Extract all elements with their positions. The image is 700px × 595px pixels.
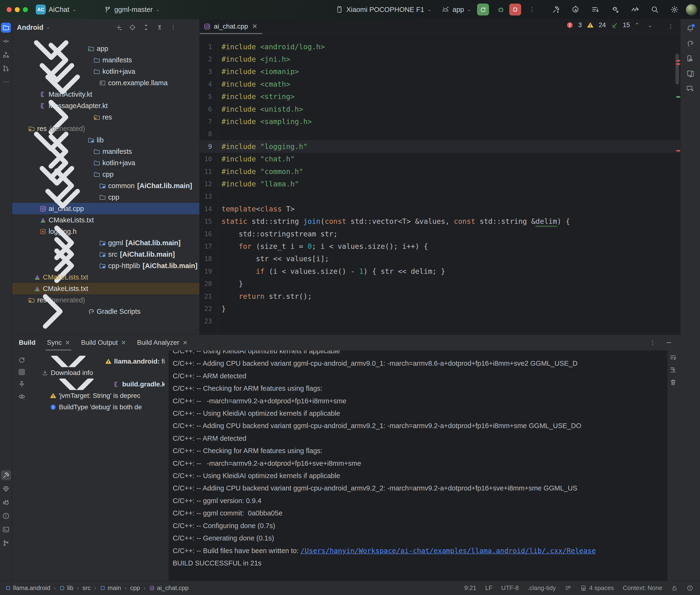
build-tab-build-output[interactable]: Build Output✕ (81, 335, 126, 350)
hammer-run-icon[interactable] (552, 5, 560, 14)
hide-icon[interactable] (183, 24, 190, 31)
code-line-19[interactable]: 19 if (i < values.size() - 1) { str << d… (200, 265, 680, 277)
code-line-3[interactable]: 3#include <iomanip> (200, 65, 680, 78)
stripe-pull-requests-button[interactable] (1, 63, 11, 73)
code-line-14[interactable]: 14template<class T> (200, 203, 680, 215)
chevron-down-icon[interactable] (33, 356, 104, 367)
stop-square-icon[interactable] (19, 369, 25, 375)
scroll-to-end-icon[interactable] (669, 366, 677, 374)
device-selector[interactable]: Xiaomi POCOPHONE F1 ⌄ (335, 0, 431, 19)
tree-item-cpp-httplib[interactable]: cpp-httplib[AiChat.lib.main] (12, 260, 199, 272)
avatar[interactable] (686, 4, 697, 16)
code-area[interactable]: 1#include <android/log.h>2#include <jni.… (200, 34, 680, 328)
status-widget-context-none[interactable]: Context: None (623, 584, 662, 592)
vcs-stripe-mark[interactable] (676, 96, 680, 97)
error-stripe-mark[interactable] (676, 63, 680, 65)
stripe-notifications-button[interactable] (685, 23, 696, 34)
build-tree-item[interactable]: Download info (31, 367, 165, 378)
stripe-more-horizontal-button[interactable] (1, 77, 11, 87)
stripe-terminal-button[interactable] (1, 525, 11, 535)
status-widget[interactable] (687, 585, 693, 591)
close-icon[interactable]: ✕ (121, 339, 126, 346)
editor-scrollbar[interactable] (675, 54, 679, 85)
build-console[interactable]: C/C++: -- Using KleidiAI optimized kerne… (169, 350, 667, 581)
stripe-gradle-button[interactable] (685, 38, 696, 49)
breadcrumb-cpp[interactable]: cpp (130, 584, 140, 592)
code-line-18[interactable]: 18 str << values[i]; (200, 253, 680, 265)
status-widget--clang-tidy[interactable]: .clang-tidy (528, 584, 556, 592)
apply-code-changes-icon[interactable]: A (571, 5, 580, 14)
stripe-problems-button[interactable] (1, 511, 11, 521)
attach-debugger-icon[interactable] (611, 5, 619, 14)
status-widget[interactable] (565, 585, 571, 591)
build-tab-sync[interactable]: Sync✕ (47, 335, 70, 350)
stripe-app-insights-button[interactable] (1, 484, 11, 494)
stripe-project-button[interactable] (1, 23, 11, 33)
breadcrumb-lib[interactable]: lib (59, 584, 73, 592)
tree-item-cpp[interactable]: cpp (12, 192, 199, 203)
code-line-11[interactable]: 11#include "common.h" (200, 165, 680, 178)
code-line-7[interactable]: 7#include <sampling.h> (200, 115, 680, 128)
code-line-10[interactable]: 10#include "chat.h" (200, 153, 680, 165)
stop-button[interactable] (509, 4, 521, 16)
error-stripe-mark[interactable] (676, 150, 680, 151)
breadcrumb-ai-chat-cpp[interactable]: Cai_chat.cpp (149, 584, 189, 592)
code-line-8[interactable]: 8 (200, 128, 680, 140)
stripe-running-devices-button[interactable] (685, 68, 696, 79)
status-widget[interactable] (671, 585, 678, 591)
code-line-2[interactable]: 2#include <jni.h> (200, 53, 680, 65)
lines-restart-icon[interactable] (591, 5, 600, 14)
close-icon[interactable]: ✕ (65, 339, 70, 346)
code-line-13[interactable]: 13 (200, 190, 680, 203)
kebab-icon[interactable] (649, 339, 656, 346)
clear-all-icon[interactable] (669, 378, 677, 386)
vcs-branch-widget[interactable]: ggml-master ⌄ (104, 0, 160, 19)
code-line-12[interactable]: 12#include "llama.h" (200, 178, 680, 190)
macos-close-button[interactable] (7, 7, 12, 12)
status-widget-4-spaces[interactable]: 4 spaces (580, 584, 614, 592)
status-widget-lf[interactable]: LF (485, 584, 492, 592)
tab-ai-chat-cpp[interactable]: C ai_chat.cpp ✕ (200, 19, 262, 34)
stripe-device-manager-button[interactable] (685, 53, 696, 64)
editor-options-kebab-icon[interactable] (667, 23, 674, 30)
stripe-commit-button[interactable] (1, 36, 11, 46)
close-icon[interactable]: ✕ (252, 23, 257, 30)
macos-zoom-button[interactable] (23, 7, 28, 12)
stripe-structure-button[interactable] (1, 50, 11, 60)
build-tree-item[interactable]: BuildType 'debug' is both de (31, 401, 165, 413)
macos-minimize-button[interactable] (15, 7, 20, 12)
inspections-widget[interactable]: 3 24 15 ⌃ ⌄ (566, 22, 652, 29)
breadcrumb-llama-android[interactable]: llama.android (5, 584, 50, 592)
code-line-4[interactable]: 4#include <cmath> (200, 78, 680, 90)
code-line-16[interactable]: 16 std::ostringstream str; (200, 228, 680, 240)
stripe-gemini-button[interactable] (685, 83, 696, 94)
status-widget-utf-8[interactable]: UTF-8 (501, 584, 519, 592)
breadcrumb-src[interactable]: src (82, 584, 91, 592)
code-line-22[interactable]: 22} (200, 302, 680, 315)
search-icon[interactable] (650, 5, 659, 14)
tree-item-gradle-scripts[interactable]: Gradle Scripts (12, 306, 199, 317)
prev-problem-icon[interactable]: ⌃ (635, 22, 640, 29)
status-widget-9-21[interactable]: 9:21 (465, 584, 477, 592)
expand-all-icon[interactable] (142, 24, 149, 31)
soft-wrap-icon[interactable] (669, 354, 677, 362)
more-run-actions-button[interactable] (528, 0, 535, 19)
build-tab-build-analyzer[interactable]: Build Analyzer✕ (137, 335, 188, 350)
filter-icon[interactable] (18, 393, 26, 400)
chevron-down-icon[interactable] (41, 378, 112, 390)
code-line-9[interactable]: 9#include "logging.h" (200, 140, 680, 152)
code-line-6[interactable]: 6#include <unistd.h> (200, 103, 680, 115)
settings-icon[interactable] (670, 5, 679, 14)
stripe-logcat-button[interactable] (1, 498, 11, 507)
stripe-version-control-button[interactable] (1, 538, 11, 548)
chevron-right-icon[interactable] (16, 276, 87, 335)
close-icon[interactable]: ✕ (183, 339, 188, 346)
pin-icon[interactable] (18, 380, 26, 388)
stripe-build-hammer-button[interactable] (1, 470, 11, 480)
build-tree-item[interactable]: llama.android: fin22 sec, 583 ms (31, 356, 165, 367)
rerun-sync-icon[interactable] (18, 356, 26, 364)
code-line-21[interactable]: 21 return str.str(); (200, 290, 680, 302)
code-line-17[interactable]: 17 for (size_t i = 0; i < values.size();… (200, 240, 680, 252)
code-line-23[interactable]: 23 (200, 315, 680, 328)
next-problem-icon[interactable]: ⌄ (648, 22, 652, 29)
